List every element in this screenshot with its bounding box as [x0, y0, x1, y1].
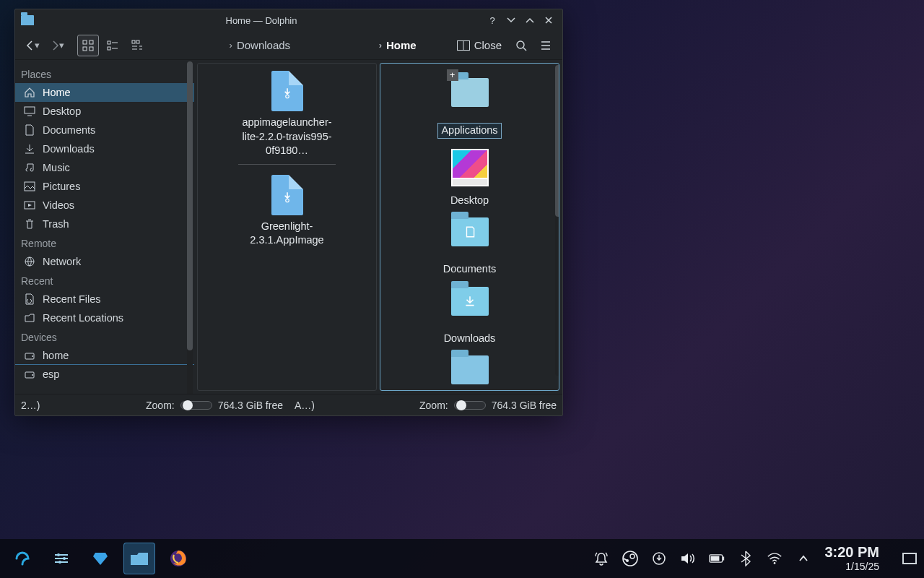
update-tray-icon[interactable]	[651, 551, 667, 566]
disk-icon	[24, 368, 35, 380]
sidebar-item-pictures[interactable]: Pictures	[15, 177, 194, 196]
free-space-right: 764.3 GiB free	[492, 400, 557, 411]
recent-files-icon	[24, 293, 35, 305]
taskbar-clock[interactable]: 3:20 PM 1/15/25	[824, 544, 879, 572]
view-compact-button[interactable]	[102, 35, 123, 56]
breadcrumb-right[interactable]: ›Home	[372, 39, 424, 51]
taskbar-dolphin-icon[interactable]	[124, 543, 154, 574]
battery-tray-icon[interactable]	[709, 551, 725, 566]
file-item-applications[interactable]: + Applications	[421, 78, 518, 139]
pane-home[interactable]: + Applications Desktop Documents Downloa…	[380, 63, 559, 391]
sidebar-heading-places: Places	[15, 64, 194, 83]
notifications-tray-icon[interactable]	[593, 551, 609, 566]
places-sidebar: Places Home Desktop Documents Downloads …	[15, 60, 194, 394]
sidebar-item-device-home[interactable]: home	[15, 346, 194, 365]
network-icon	[24, 256, 35, 267]
volume-tray-icon[interactable]	[680, 551, 696, 566]
sidebar-item-home[interactable]: Home	[15, 83, 194, 102]
sidebar-item-downloads[interactable]: Downloads	[15, 139, 194, 158]
pane-scrollbar[interactable]	[555, 65, 559, 376]
sidebar-scrollbar[interactable]	[187, 61, 193, 394]
taskbar: 3:20 PM 1/15/25	[0, 539, 924, 578]
file-item-partial[interactable]	[421, 355, 518, 391]
folder-icon	[451, 217, 489, 246]
file-item-desktop[interactable]: Desktop	[421, 149, 518, 208]
zoom-slider-left[interactable]	[180, 401, 212, 410]
svg-rect-13	[25, 182, 35, 191]
taskbar-settings-icon[interactable]	[46, 543, 77, 574]
sidebar-item-trash[interactable]: Trash	[15, 215, 194, 233]
clock-date: 1/15/25	[824, 561, 879, 572]
sidebar-item-videos[interactable]: Videos	[15, 196, 194, 215]
svg-point-26	[623, 551, 637, 566]
folder-icon	[451, 287, 489, 316]
breadcrumb-right-label: Home	[386, 39, 417, 51]
svg-rect-2	[83, 47, 87, 51]
show-desktop-button[interactable]	[902, 553, 917, 564]
menu-button[interactable]	[535, 35, 557, 56]
file-item-documents[interactable]: Documents	[421, 217, 518, 277]
search-button[interactable]	[510, 35, 532, 56]
minimize-button[interactable]	[503, 12, 519, 28]
taskbar-firefox-icon[interactable]	[163, 543, 193, 574]
sidebar-item-music[interactable]: Music	[15, 158, 194, 177]
sidebar-item-recent-files[interactable]: Recent Files	[15, 290, 194, 309]
file-label: appimagelauncher-lite-2.2.0-travis995-0f…	[238, 116, 336, 158]
appimage-file-icon	[271, 175, 303, 215]
back-button[interactable]: ▾	[21, 35, 43, 56]
svg-rect-0	[83, 40, 87, 44]
new-emblem-icon: +	[447, 69, 458, 81]
status-count-right: A…)	[295, 400, 315, 411]
desktop-folder-icon	[451, 149, 489, 186]
maximize-button[interactable]	[522, 12, 538, 28]
help-button[interactable]: ?	[484, 12, 500, 28]
zoom-label: Zoom:	[419, 400, 448, 411]
recent-locations-icon	[24, 312, 35, 324]
svg-line-11	[523, 48, 526, 51]
close-button[interactable]	[541, 12, 557, 28]
sidebar-item-desktop[interactable]: Desktop	[15, 102, 194, 121]
zoom-slider-right[interactable]	[454, 401, 486, 410]
sidebar-item-network[interactable]: Network	[15, 252, 194, 271]
view-detail-button[interactable]	[126, 35, 148, 56]
pane-downloads[interactable]: appimagelauncher-lite-2.2.0-travis995-0f…	[197, 63, 377, 391]
close-split-label: Close	[474, 39, 502, 51]
file-item[interactable]: appimagelauncher-lite-2.2.0-travis995-0f…	[238, 71, 336, 165]
file-label: Desktop	[421, 194, 518, 208]
free-space-left: 764.3 GiB free	[218, 400, 283, 411]
dolphin-window: Home — Dolphin ? ▾ ▾ ›Downloads ›Home Cl…	[14, 9, 563, 416]
svg-rect-31	[711, 556, 720, 561]
svg-point-24	[58, 561, 61, 564]
taskbar-discover-icon[interactable]	[85, 543, 116, 574]
wifi-tray-icon[interactable]	[767, 551, 783, 566]
file-item-downloads[interactable]: Downloads	[421, 287, 518, 346]
sidebar-item-recent-locations[interactable]: Recent Locations	[15, 309, 194, 327]
app-launcher-button[interactable]	[7, 543, 38, 574]
svg-rect-5	[108, 47, 110, 50]
file-label: Applications	[437, 123, 501, 139]
file-label: Greenlight-2.3.1.AppImage	[238, 220, 336, 248]
view-icons-button[interactable]	[77, 35, 99, 56]
sidebar-item-device-esp[interactable]: esp	[15, 365, 194, 384]
svg-rect-6	[132, 40, 135, 43]
zoom-label: Zoom:	[146, 400, 175, 411]
breadcrumb-left-label: Downloads	[237, 39, 290, 51]
steam-tray-icon[interactable]	[622, 551, 638, 566]
appimage-file-icon	[271, 71, 303, 111]
close-split-button[interactable]: Close	[451, 39, 507, 51]
forward-button[interactable]: ▾	[45, 35, 67, 56]
titlebar[interactable]: Home — Dolphin ?	[15, 9, 562, 31]
pictures-icon	[24, 181, 35, 192]
svg-rect-7	[136, 40, 139, 43]
breadcrumb-left[interactable]: ›Downloads	[222, 39, 298, 51]
bluetooth-tray-icon[interactable]	[738, 551, 754, 566]
toolbar: ▾ ▾ ›Downloads ›Home Close	[15, 31, 562, 60]
file-item[interactable]: Greenlight-2.3.1.AppImage	[238, 175, 336, 248]
window-title: Home — Dolphin	[41, 15, 481, 26]
sidebar-item-documents[interactable]: Documents	[15, 121, 194, 139]
folder-icon: +	[451, 78, 489, 107]
tray-expand-icon[interactable]	[796, 551, 811, 566]
svg-point-23	[63, 557, 66, 560]
sidebar-heading-devices: Devices	[15, 327, 194, 346]
svg-rect-12	[25, 107, 35, 113]
